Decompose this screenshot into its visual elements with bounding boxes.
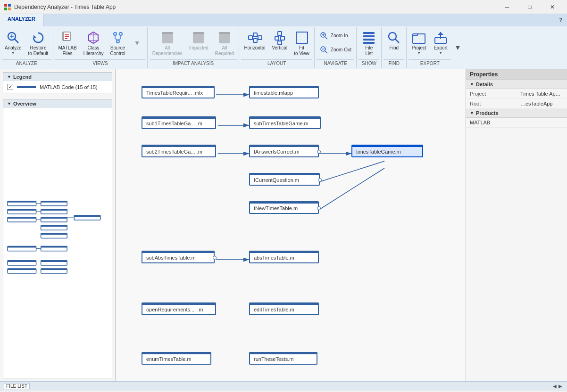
zoom-out-button[interactable]: Zoom Out: [317, 43, 354, 57]
horizontal-button[interactable]: Horizontal: [241, 28, 268, 53]
prop-value-root: …esTableApp: [517, 99, 567, 109]
close-button[interactable]: ✕: [542, 0, 563, 14]
node-abstimestable[interactable]: absTimesTable.m: [249, 251, 319, 263]
scroll-right-button[interactable]: ▶: [558, 384, 563, 389]
properties-title: Properties: [466, 69, 567, 80]
legend-header[interactable]: ▼ Legend: [3, 73, 112, 81]
legend-panel: ▼ Legend ✓ MATLAB Code (15 of 15): [3, 72, 112, 93]
node-tcurrentquestion[interactable]: tCurrentQuestion.m: [249, 173, 320, 186]
node-tansweriscorrect[interactable]: tAnswerIsCorrect.m: [249, 145, 319, 157]
matlab-files-button[interactable]: MATLAB Files: [55, 28, 79, 58]
node-openrequirements[interactable]: openRequirements.... .m: [142, 302, 216, 315]
prop-row-project: Project Times Table Ap…: [466, 89, 567, 99]
all-deps-button[interactable]: AllDependencies: [150, 28, 185, 58]
tab-analyzer[interactable]: ANALYZER: [0, 14, 43, 26]
svg-rect-1: [8, 4, 11, 7]
help-button[interactable]: ?: [555, 14, 567, 26]
connector-n6-right: [317, 150, 321, 154]
ribbon-group-find: Find FIND: [382, 27, 407, 68]
vertical-button[interactable]: Vertical: [269, 28, 290, 53]
svg-rect-39: [278, 32, 282, 35]
analyze-button[interactable]: Analyze ▼: [2, 28, 25, 57]
svg-line-37: [257, 35, 258, 38]
legend-checkbox-matlab[interactable]: ✓: [7, 84, 13, 90]
class-hierarchy-button[interactable]: Class Hierarchy: [81, 28, 107, 58]
svg-line-35: [252, 35, 253, 38]
views-more-button[interactable]: ▼: [129, 36, 145, 50]
svg-rect-103: [41, 261, 67, 262]
ribbon-collapse-button[interactable]: ▼: [453, 27, 462, 68]
svg-line-24: [118, 39, 121, 40]
fit-view-button[interactable]: Fitto View: [291, 28, 312, 58]
scroll-left-button[interactable]: ◀: [552, 384, 558, 389]
svg-rect-77: [41, 201, 67, 203]
node-tnewtimestable[interactable]: tNewTimesTable.m: [249, 201, 319, 214]
matlab-files-icon: [60, 30, 75, 45]
node-edittimestable[interactable]: editTimesTable.m: [249, 302, 319, 315]
node-label: timesTableGame.m: [356, 149, 401, 155]
node-label: sub2TimesTableGa... .m: [146, 149, 202, 155]
vertical-icon: [272, 30, 287, 45]
connector-n9-right: [317, 206, 321, 210]
required-label: AllRequired: [215, 45, 234, 57]
svg-line-113: [318, 168, 384, 210]
node-timestablerequir[interactable]: TimesTableRequir... .mlx: [142, 86, 215, 98]
ribbon-tab-bar: ANALYZER ?: [0, 14, 567, 26]
node-label: tAnswerIsCorrect.m: [254, 149, 300, 155]
impacted-label: Impacted: [189, 45, 208, 51]
maximize-button[interactable]: □: [519, 0, 541, 14]
required-button[interactable]: AllRequired: [212, 28, 237, 58]
ribbon-group-export: Project ▼ Export ▼ EXPORT: [407, 27, 453, 68]
node-subabstimestable[interactable]: subAbsTimesTable.m: [142, 251, 215, 263]
node-sub1timestablegame[interactable]: sub1TimesTableGa... .m: [142, 116, 216, 129]
svg-line-61: [325, 51, 327, 53]
export-button[interactable]: Export ▼: [430, 28, 451, 57]
svg-rect-99: [41, 246, 67, 248]
details-section-header[interactable]: ▼ Details: [466, 80, 567, 89]
zoom-in-label: Zoom In: [331, 33, 348, 39]
file-list-tab[interactable]: FILE LIST: [4, 383, 30, 389]
svg-marker-72: [438, 32, 443, 35]
fit-view-label: Fitto View: [294, 45, 309, 57]
svg-rect-2: [4, 8, 7, 10]
export-group-label: EXPORT: [409, 59, 451, 67]
ribbon-group-layout: Horizontal: [239, 27, 314, 68]
overview-body: [3, 108, 112, 375]
svg-point-67: [389, 33, 396, 40]
file-list-icon: [361, 30, 376, 45]
node-timestable-mlapp[interactable]: timestable.mlapp: [249, 86, 319, 98]
find-button[interactable]: Find: [384, 28, 404, 53]
node-label: absTimesTable.m: [254, 255, 294, 261]
source-control-button[interactable]: Source Control: [107, 28, 128, 58]
project-button[interactable]: Project ▼: [409, 28, 429, 57]
impacted-button[interactable]: Impacted: [186, 28, 211, 53]
prop-key-project: Project: [466, 89, 517, 99]
svg-line-22: [115, 39, 118, 40]
project-label: Project: [412, 45, 426, 51]
node-timestablegame[interactable]: timesTableGame.m: [351, 145, 423, 157]
analyze-arrow: ▼: [11, 51, 15, 55]
restore-label: Restore to Default: [28, 45, 49, 57]
node-runthesetests[interactable]: runTheseTests.m: [249, 352, 317, 365]
minimize-button[interactable]: ─: [496, 0, 518, 14]
node-subtimestablegame[interactable]: subTimesTableGame.m: [249, 116, 321, 129]
zoom-in-button[interactable]: Zoom In: [317, 29, 354, 42]
details-collapse-icon: ▼: [470, 82, 474, 87]
overview-header[interactable]: ▼ Overview: [3, 99, 112, 108]
svg-rect-34: [258, 36, 262, 40]
node-sub2timestablegame[interactable]: sub2TimesTableGa... .m: [142, 145, 216, 157]
ribbon-body: Analyze ▼ Restore to Default ANALYZE: [0, 26, 567, 69]
impact-group-label: IMPACT ANALYSIS: [150, 59, 237, 67]
restore-button[interactable]: Restore to Default: [25, 28, 51, 58]
node-label: timestable.mlapp: [254, 90, 293, 96]
prop-row-matlab: MATLAB: [466, 118, 567, 128]
overview-title: Overview: [13, 101, 36, 106]
details-section-title: Details: [476, 82, 493, 87]
products-section-header[interactable]: ▼ Products: [466, 109, 567, 118]
node-enumtimestable[interactable]: enumTimesTable.m: [142, 352, 211, 365]
left-panel: ▼ Legend ✓ MATLAB Code (15 of 15) ▼ Over…: [0, 69, 116, 381]
graph-canvas[interactable]: TimesTableRequir... .mlx timestable.mlap…: [116, 69, 466, 381]
legend-collapse-icon: ▼: [7, 74, 11, 79]
file-list-button[interactable]: FileList: [359, 28, 379, 58]
all-deps-label: AllDependencies: [152, 45, 183, 57]
